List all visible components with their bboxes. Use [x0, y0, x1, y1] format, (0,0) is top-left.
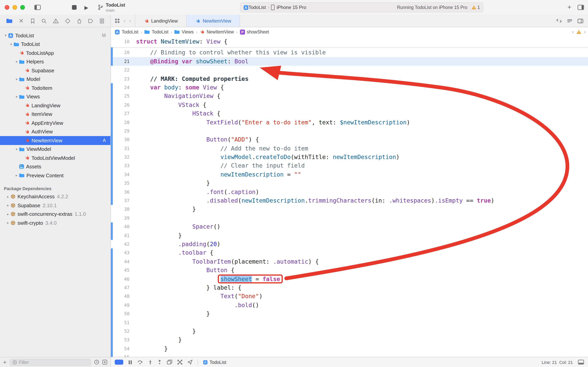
code-line-22[interactable]: 22 — [111, 66, 588, 75]
activity-viewer[interactable]: TodoList › iPhone 15 Pro Running TodoLis… — [240, 2, 483, 12]
memory-graph-icon[interactable] — [177, 360, 182, 365]
sidebar-item-todolist[interactable]: ▾TodoList — [0, 40, 110, 49]
disclosure-chevron-icon[interactable]: ▸ — [5, 195, 10, 199]
breadcrumb-item-showSheet[interactable]: PshowSheet — [240, 29, 269, 34]
disclosure-chevron-icon[interactable]: ▾ — [3, 34, 8, 38]
sidebar-item-model[interactable]: ▾Model — [0, 75, 110, 83]
sidebar-item-preview-content[interactable]: ▸Preview Content — [0, 171, 110, 180]
recent-files-clock-icon[interactable] — [94, 360, 99, 365]
sidebar-item-viewmodel[interactable]: ▾ViewModel — [0, 145, 110, 154]
warning-chip[interactable]: 1 — [471, 5, 480, 10]
disclosure-chevron-icon[interactable]: ▸ — [5, 212, 10, 216]
code-review-icon[interactable] — [556, 19, 562, 23]
code-line-29[interactable]: 29 — [111, 127, 588, 135]
toggle-inspector-icon[interactable] — [578, 5, 584, 10]
sidebar-item-helpers[interactable]: ▾Helpers — [0, 57, 110, 66]
project-navigator-icon[interactable] — [6, 18, 12, 23]
sidebar-item-views[interactable]: ▾Views — [0, 92, 110, 101]
code-line-46[interactable]: 46 showSheet = false — [111, 275, 588, 284]
code-line-28[interactable]: 28 TextField("Enter a to-do item", text:… — [111, 118, 588, 127]
code-line-34[interactable]: 34 newItemDescription = "" — [111, 170, 588, 179]
code-line-27[interactable]: 27 HStack { — [111, 109, 588, 118]
code-line-55[interactable]: 55 — [111, 353, 588, 357]
code-line-44[interactable]: 44 ToolbarItem(placement: .automatic) { — [111, 257, 588, 266]
add-editor-icon[interactable] — [578, 18, 583, 23]
view-hierarchy-icon[interactable] — [167, 360, 172, 365]
code-line-32[interactable]: 32 viewModel.createToDo(withTitle: newIt… — [111, 153, 588, 162]
code-editor[interactable]: 1920 // Binding to control whether this … — [111, 37, 588, 357]
simulate-location-icon[interactable] — [187, 360, 193, 365]
disclosure-chevron-icon[interactable]: ▾ — [14, 95, 19, 99]
code-line-40[interactable]: 40 Spacer() — [111, 222, 588, 231]
jumpbar-warning-icon[interactable] — [576, 30, 581, 34]
step-out-icon[interactable] — [158, 360, 162, 365]
close-x-icon[interactable] — [19, 18, 24, 23]
package-item-KeychainAccess[interactable]: ▸KeychainAccess4.2.2 — [0, 192, 110, 201]
package-item-Supabase[interactable]: ▸Supabase2.10.1 — [0, 201, 110, 210]
code-line-52[interactable]: 52 } — [111, 327, 588, 336]
breadcrumb-item-NewItemView[interactable]: NewItemView — [200, 30, 234, 34]
code-line-53[interactable]: 53 } — [111, 336, 588, 344]
back-history-icon[interactable]: ‹ — [124, 18, 126, 24]
sticky-declaration-header[interactable]: 10struct NewItemView: View { — [111, 37, 588, 47]
code-line-26[interactable]: 26 VStack { — [111, 100, 588, 109]
code-line-41[interactable]: 41 } — [111, 231, 588, 240]
console-toggle-icon[interactable] — [578, 360, 584, 365]
code-line-35[interactable]: 35 } — [111, 179, 588, 188]
breadcrumb-item-TodoList[interactable]: TodoList — [144, 30, 168, 34]
stop-button[interactable] — [72, 5, 77, 10]
code-line-51[interactable]: 51 — [111, 318, 588, 327]
close-window-button[interactable] — [5, 5, 9, 10]
code-line-48[interactable]: 48 Text("Done") — [111, 292, 588, 301]
sidebar-item-itemview[interactable]: ItemView — [0, 110, 110, 119]
code-line-54[interactable]: 54 } — [111, 344, 588, 353]
disclosure-chevron-icon[interactable]: ▾ — [8, 42, 14, 46]
bookmark-navigator-icon[interactable] — [30, 18, 35, 24]
sidebar-item-todolistapp[interactable]: TodoListApp — [0, 49, 110, 57]
disclosure-chevron-icon[interactable]: ▸ — [14, 174, 19, 177]
debug-session-target[interactable]: TodoList — [203, 360, 226, 365]
sidebar-item-newitemview[interactable]: NewItemViewA — [0, 136, 110, 145]
source-control-filter-icon[interactable] — [102, 360, 107, 365]
code-line-31[interactable]: 31 // Add the new to-do item — [111, 144, 588, 153]
disclosure-chevron-icon[interactable]: ▾ — [14, 77, 19, 81]
code-line-49[interactable]: 49 .bold() — [111, 301, 588, 309]
step-over-icon[interactable] — [137, 360, 143, 365]
tab-NewItemView[interactable]: NewItemView — [187, 15, 240, 27]
test-navigator-icon[interactable] — [65, 18, 71, 24]
forward-history-icon[interactable]: › — [129, 18, 131, 24]
package-item-swift-crypto[interactable]: ▸swift-crypto3.4.0 — [0, 218, 110, 227]
adjust-editor-icon[interactable] — [567, 19, 572, 23]
sidebar-item-landingview[interactable]: LandingView — [0, 101, 110, 110]
disclosure-chevron-icon[interactable]: ▸ — [5, 221, 10, 225]
sidebar-item-todoitem[interactable]: TodoItem — [0, 83, 110, 92]
debug-navigator-icon[interactable] — [77, 18, 82, 24]
code-line-39[interactable]: 39 — [111, 214, 588, 223]
breakpoint-navigator-icon[interactable] — [88, 18, 93, 23]
code-line-30[interactable]: 30 Button("ADD") { — [111, 135, 588, 144]
minimize-window-button[interactable] — [12, 5, 17, 10]
new-tab-button[interactable]: + — [567, 3, 571, 11]
editor-overview-icon[interactable] — [115, 18, 120, 23]
run-button[interactable]: ▶ — [84, 4, 88, 10]
sidebar-item-supabase[interactable]: Supabase — [0, 66, 110, 75]
code-line-38[interactable]: 38 } — [111, 205, 588, 214]
sidebar-item-todolistviewmodel[interactable]: TodoListViewModel — [0, 154, 110, 162]
code-line-25[interactable]: 25 NavigationView { — [111, 92, 588, 101]
next-issue-icon[interactable]: › — [584, 29, 586, 35]
code-line-20[interactable]: 20 // Binding to control whether this vi… — [111, 48, 588, 57]
tab-LandingView[interactable]: LandingView — [135, 15, 187, 27]
code-line-43[interactable]: 43 .toolbar { — [111, 249, 588, 257]
step-into-icon[interactable] — [148, 360, 152, 365]
scheme-project-info[interactable]: TodoList main — [98, 2, 125, 12]
filter-field[interactable]: Filter — [10, 359, 91, 366]
code-line-45[interactable]: 45 Button { — [111, 266, 588, 275]
disclosure-chevron-icon[interactable]: ▾ — [14, 147, 19, 151]
code-line-24[interactable]: 24 var body: some View { — [111, 83, 588, 92]
code-line-33[interactable]: 33 // Clear the input field — [111, 162, 588, 170]
code-line-47[interactable]: 47 } label: { — [111, 284, 588, 292]
code-line-36[interactable]: 36 .font(.caption) — [111, 188, 588, 196]
previous-issue-icon[interactable]: ‹ — [572, 29, 574, 35]
zoom-window-button[interactable] — [20, 5, 25, 10]
disclosure-chevron-icon[interactable]: ▾ — [14, 60, 19, 64]
